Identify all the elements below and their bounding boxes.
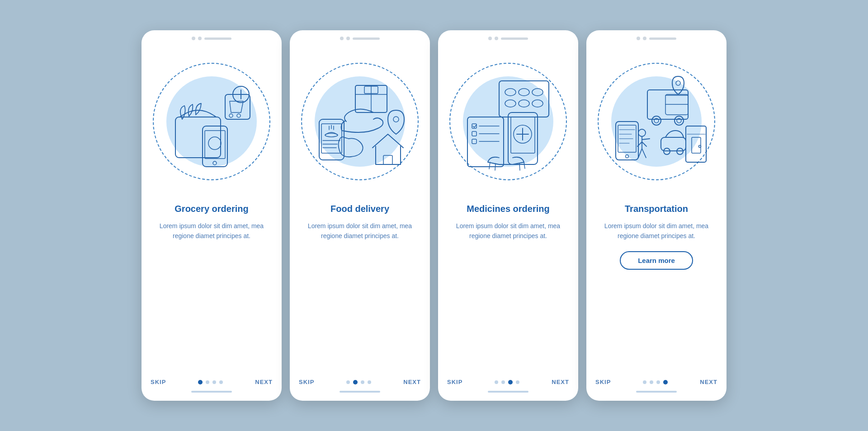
dot-4-transport <box>663 380 668 384</box>
nav-dots-medicines <box>495 380 519 384</box>
phone-top-bar-grocery <box>142 30 282 45</box>
card-content-grocery: Grocery ordering Lorem ipsum dolor sit d… <box>142 203 282 374</box>
grocery-title: Grocery ordering <box>175 203 248 215</box>
camera-dot-food <box>340 37 344 40</box>
medicines-title: Medicines ordering <box>467 203 549 215</box>
svg-rect-24 <box>383 155 392 164</box>
food-desc: Lorem ipsum dolor sit dim amet, mea regi… <box>301 221 419 241</box>
camera-dot-transport <box>637 37 640 40</box>
svg-point-31 <box>519 100 529 107</box>
phone-top-bar-medicines <box>438 30 578 45</box>
home-indicator-medicines <box>488 391 528 393</box>
speaker-bar-transport <box>649 37 676 40</box>
svg-point-3 <box>213 161 217 165</box>
home-indicator-grocery <box>191 391 232 393</box>
illustration-medicines <box>438 45 578 198</box>
camera-dot2-medicines <box>495 37 498 40</box>
grocery-desc: Lorem ipsum dolor sit dim amet, mea regi… <box>152 221 271 241</box>
home-indicator-transport <box>636 391 677 393</box>
phone-top-bar-transport <box>586 30 726 45</box>
home-indicator-food <box>340 391 380 393</box>
phone-top-bar-food <box>290 30 430 45</box>
card-transport: Transportation Lorem ipsum dolor sit dim… <box>586 30 726 401</box>
cards-container: Grocery ordering Lorem ipsum dolor sit d… <box>142 30 726 401</box>
next-button-transport[interactable]: NEXT <box>700 379 717 385</box>
camera-dot2 <box>198 37 202 40</box>
transport-icon <box>602 67 711 176</box>
transport-desc: Lorem ipsum dolor sit dim amet, mea regi… <box>597 221 716 241</box>
svg-point-59 <box>638 129 646 136</box>
svg-rect-5 <box>225 94 250 119</box>
svg-point-54 <box>699 145 701 148</box>
svg-rect-61 <box>616 122 638 160</box>
medicines-icon <box>454 67 562 176</box>
next-button-medicines[interactable]: NEXT <box>552 379 569 385</box>
svg-point-67 <box>626 155 629 158</box>
card-content-transport: Transportation Lorem ipsum dolor sit dim… <box>586 203 726 374</box>
nav-row-transport: SKIP NEXT <box>595 374 717 388</box>
svg-point-28 <box>519 89 529 96</box>
card-content-medicines: Medicines ordering Lorem ipsum dolor sit… <box>438 203 578 374</box>
next-button-grocery[interactable]: NEXT <box>255 379 273 385</box>
card-grocery: Grocery ordering Lorem ipsum dolor sit d… <box>142 30 282 401</box>
skip-button-medicines[interactable]: SKIP <box>447 379 462 385</box>
svg-rect-36 <box>472 131 476 136</box>
nav-area-medicines: SKIP NEXT <box>438 374 578 393</box>
dot-2-grocery <box>206 380 209 384</box>
learn-more-button[interactable]: Learn more <box>620 251 693 270</box>
food-title: Food delivery <box>330 203 389 215</box>
dot-4-grocery <box>219 380 223 384</box>
svg-point-30 <box>505 100 516 107</box>
svg-rect-1 <box>203 126 227 167</box>
illustration-grocery <box>142 45 282 198</box>
svg-rect-0 <box>175 117 221 158</box>
svg-point-4 <box>208 137 221 150</box>
svg-rect-33 <box>467 117 504 167</box>
dot-1-grocery <box>198 380 203 384</box>
nav-area-food: SKIP NEXT <box>290 374 430 393</box>
dot-3-medicines <box>508 380 513 384</box>
svg-rect-26 <box>499 81 549 117</box>
dot-4-medicines <box>516 380 519 384</box>
svg-point-49 <box>675 116 684 125</box>
speaker-bar-food <box>353 37 380 40</box>
medicines-desc: Lorem ipsum dolor sit dim amet, mea regi… <box>449 221 567 241</box>
skip-button-grocery[interactable]: SKIP <box>151 379 166 385</box>
dot-1-food <box>346 380 350 384</box>
nav-row-food: SKIP NEXT <box>299 374 421 388</box>
dot-3-transport <box>656 380 660 384</box>
nav-row-grocery: SKIP NEXT <box>151 374 273 388</box>
nav-row-medicines: SKIP NEXT <box>447 374 569 388</box>
svg-rect-52 <box>686 126 706 162</box>
next-button-food[interactable]: NEXT <box>403 379 421 385</box>
svg-point-47 <box>652 116 661 125</box>
dot-3-food <box>361 380 364 384</box>
dot-3-grocery <box>212 380 216 384</box>
svg-rect-38 <box>472 139 476 144</box>
svg-point-25 <box>393 117 399 122</box>
nav-dots-food <box>346 380 371 384</box>
camera-dot-medicines <box>488 37 492 40</box>
nav-area-grocery: SKIP NEXT <box>142 374 282 393</box>
svg-rect-2 <box>205 131 225 159</box>
svg-point-6 <box>229 114 233 117</box>
card-content-food: Food delivery Lorem ipsum dolor sit dim … <box>290 203 430 374</box>
card-medicines: Medicines ordering Lorem ipsum dolor sit… <box>438 30 578 401</box>
illustration-food <box>290 45 430 198</box>
svg-point-7 <box>237 114 241 117</box>
nav-area-transport: SKIP NEXT <box>586 374 726 393</box>
nav-dots-grocery <box>198 380 223 384</box>
transport-title: Transportation <box>625 203 688 215</box>
food-icon <box>306 67 414 176</box>
dot-2-medicines <box>501 380 505 384</box>
skip-button-food[interactable]: SKIP <box>299 379 314 385</box>
svg-point-51 <box>676 81 680 85</box>
dot-1-transport <box>643 380 646 384</box>
speaker-bar <box>204 37 231 40</box>
skip-button-transport[interactable]: SKIP <box>595 379 611 385</box>
camera-dot2-transport <box>643 37 646 40</box>
dot-2-food <box>353 380 358 384</box>
dot-4-food <box>368 380 371 384</box>
dot-1-medicines <box>495 380 498 384</box>
dot-2-transport <box>650 380 653 384</box>
